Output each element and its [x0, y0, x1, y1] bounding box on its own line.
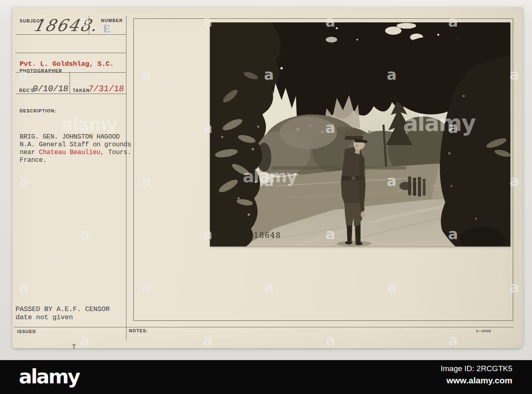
- rule-above-photographer: [16, 53, 126, 53]
- description-text: BRIG. GEN. JOHNSTON HAGOOD N.A. General …: [20, 133, 131, 164]
- description-line-3-post: Tours.: [104, 149, 131, 156]
- alamy-footer-bar: alamy Image ID: 2RCGTK5 www.alamy.com: [0, 360, 532, 394]
- censor-line-2: date not given: [16, 313, 73, 321]
- column-divider: [126, 16, 126, 340]
- taken-label: TAKEN: [73, 88, 90, 93]
- description-line-4: France.: [20, 157, 131, 164]
- footer-right: Image ID: 2RCGTK5 www.alamy.com: [441, 364, 512, 385]
- website-text: www.alamy.com: [441, 376, 512, 385]
- description-line-3: near Chateau Beaulieu, Tours.: [20, 149, 131, 157]
- photographer-label: PHOTOGRAPHER: [20, 68, 62, 73]
- description-line-3-pre: near: [20, 149, 39, 156]
- notes-label: NOTES:: [129, 328, 148, 333]
- divider-recd-taken: [70, 72, 70, 94]
- issued-label: ISSUED: [17, 329, 36, 334]
- recd-date: 9/10/18: [32, 84, 69, 94]
- scanned-archive-photo-page: SUBJECT: 18648. NUMBER E Pvt. L. Goldshl…: [0, 0, 532, 394]
- alamy-logo: alamy: [19, 365, 79, 388]
- number-stamp: E: [103, 22, 110, 35]
- description-line-1: BRIG. GEN. JOHNSTON HAGOOD: [20, 133, 131, 141]
- print-code: 3—9005: [476, 329, 491, 333]
- photo: 18648: [210, 22, 510, 246]
- subject-number-handwritten: 18648.: [32, 16, 100, 35]
- description-line-2: N.A. General Staff on grounds: [20, 141, 131, 149]
- photographer-name: Pvt. L. Goldshlag, S.C.: [20, 60, 114, 68]
- censor-line-1: PASSED BY A.E.F. CENSOR: [16, 305, 110, 313]
- rule-under-dates: [16, 94, 126, 94]
- sepia-tint: [210, 22, 510, 246]
- caption-card: SUBJECT: 18648. NUMBER E Pvt. L. Goldshl…: [12, 7, 523, 348]
- description-label: DESCRIPTION:: [20, 108, 56, 113]
- typed-t-mark: T: [72, 344, 76, 351]
- description-line-3-red: Chateau Beaulieu,: [39, 149, 104, 156]
- image-id-text: Image ID: 2RCGTK5: [441, 364, 512, 373]
- taken-date: 7/31/18: [88, 84, 124, 94]
- rule-issued-notes: [14, 327, 513, 327]
